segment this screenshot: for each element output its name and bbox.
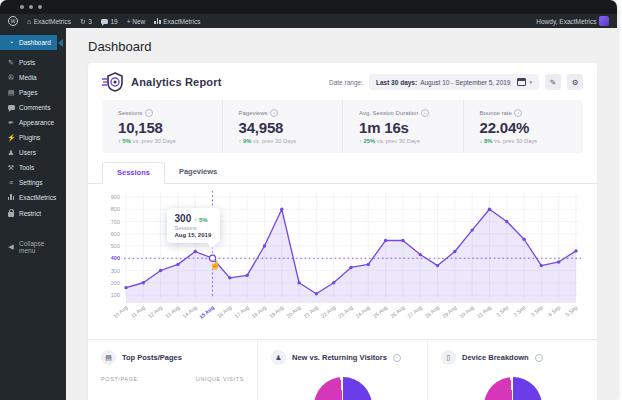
comments-icon bbox=[8, 105, 15, 110]
window-dot bbox=[29, 5, 33, 9]
tooltip-arrow bbox=[207, 243, 217, 248]
media-icon: ✇ bbox=[7, 74, 15, 81]
exactmetrics-label: ExactMetrics bbox=[163, 18, 200, 25]
chart-tooltip: 300 ↑ 5% Sessions Aug 15, 2019 bbox=[167, 208, 221, 243]
hand-cursor-icon: ☝ bbox=[210, 260, 221, 270]
window-titlebar bbox=[0, 0, 617, 14]
sidebar-item-pages[interactable]: ▤ Pages bbox=[0, 85, 66, 100]
sidebar-item-comments[interactable]: Comments bbox=[0, 100, 66, 115]
svg-text:15 Aug: 15 Aug bbox=[198, 304, 215, 320]
sidebar-item-label: Users bbox=[19, 149, 36, 156]
date-range-picker[interactable]: Last 30 days: August 10 - September 5, 2… bbox=[369, 74, 539, 91]
svg-text:23 Aug: 23 Aug bbox=[337, 304, 354, 319]
svg-text:22 Aug: 22 Aug bbox=[320, 304, 337, 319]
svg-text:20 Aug: 20 Aug bbox=[285, 304, 302, 319]
svg-text:27 Aug: 27 Aug bbox=[406, 304, 423, 319]
svg-text:18 Aug: 18 Aug bbox=[251, 304, 268, 319]
sidebar-item-settings[interactable]: ≡ Settings bbox=[0, 175, 66, 190]
stat-sessions: Sessions 10,158 ↑ 5% vs. prev 30 Days bbox=[102, 100, 222, 153]
settings-button[interactable]: ⚙ bbox=[567, 74, 583, 90]
svg-text:600: 600 bbox=[111, 231, 120, 237]
stat-delta: ↑ 5% bbox=[118, 138, 131, 144]
sidebar-item-dashboard[interactable]: ◔ Dashboard bbox=[0, 35, 57, 50]
svg-text:31 Aug: 31 Aug bbox=[476, 304, 493, 319]
stat-value: 22.04% bbox=[480, 119, 576, 136]
wp-content-area: Dashboard Analytics Report Date range: bbox=[66, 28, 617, 400]
svg-text:3 Sep: 3 Sep bbox=[530, 304, 545, 318]
info-icon[interactable] bbox=[535, 354, 543, 362]
stat-delta-suffix: vs. prev 30 Days bbox=[253, 138, 296, 144]
tab-sessions[interactable]: Sessions bbox=[102, 162, 165, 184]
chevron-down-icon: ▾ bbox=[529, 79, 532, 85]
svg-text:29 Aug: 29 Aug bbox=[441, 304, 458, 319]
updates-link[interactable]: ↻ 3 bbox=[80, 18, 92, 25]
info-icon[interactable] bbox=[514, 109, 522, 117]
sidebar-item-label: Tools bbox=[19, 164, 34, 171]
svg-text:11 Aug: 11 Aug bbox=[130, 304, 146, 319]
collapse-icon: ◀ bbox=[7, 243, 15, 250]
svg-text:16 Aug: 16 Aug bbox=[216, 304, 233, 319]
sidebar-item-restrict[interactable]: Restrict bbox=[0, 205, 66, 222]
home-icon: ⌂ bbox=[27, 18, 31, 25]
report-header: Analytics Report Date range: Last 30 day… bbox=[88, 63, 597, 100]
info-icon[interactable] bbox=[421, 109, 429, 117]
updates-icon: ↻ bbox=[80, 18, 86, 25]
sidebar-item-users[interactable]: ♟ Users bbox=[0, 145, 66, 160]
site-home-link[interactable]: ⌂ ExactMetrics bbox=[27, 18, 71, 25]
svg-text:1 Sep: 1 Sep bbox=[495, 304, 510, 318]
stat-value: 1m 16s bbox=[359, 119, 455, 136]
info-icon[interactable] bbox=[270, 109, 278, 117]
svg-text:24 Aug: 24 Aug bbox=[354, 304, 371, 319]
sidebar-item-label: ExactMetrics bbox=[19, 194, 56, 201]
tooltip-delta: ↑ 5% bbox=[194, 217, 207, 223]
wordpress-logo-icon: W bbox=[8, 16, 18, 26]
sidebar-item-media[interactable]: ✇ Media bbox=[0, 70, 66, 85]
new-content-link[interactable]: + New bbox=[127, 18, 146, 25]
svg-text:5 Sep: 5 Sep bbox=[564, 304, 579, 318]
tooltip-value: 300 bbox=[175, 213, 192, 224]
svg-text:13 Aug: 13 Aug bbox=[164, 304, 181, 319]
stat-delta: ↑ 9% bbox=[239, 138, 252, 144]
sidebar-item-plugins[interactable]: ⚡ Plugins bbox=[0, 130, 66, 145]
svg-text:30 Aug: 30 Aug bbox=[458, 304, 475, 319]
analytics-report-card: Analytics Report Date range: Last 30 day… bbox=[88, 63, 597, 400]
stat-delta: ↓ 8% bbox=[480, 138, 493, 144]
sidebar-item-collapse-menu[interactable]: ◀ Collapse menu bbox=[0, 236, 66, 258]
sidebar-item-appearance[interactable]: ✒ Appearance bbox=[0, 115, 66, 130]
comments-link[interactable]: 19 bbox=[101, 18, 118, 25]
stat-delta-suffix: vs. prev 30 Days bbox=[494, 138, 537, 144]
svg-text:300: 300 bbox=[111, 268, 120, 274]
page-title: Dashboard bbox=[88, 39, 597, 54]
account-menu[interactable]: Howdy, ExactMetrics bbox=[536, 16, 609, 26]
sidebar-item-label: Appearance bbox=[19, 119, 54, 126]
exactmetrics-toolbar-link[interactable]: ExactMetrics bbox=[154, 18, 200, 25]
info-icon[interactable] bbox=[145, 109, 153, 117]
tooltip-date: Aug 15, 2019 bbox=[175, 232, 212, 238]
stat-label: Avg. Session Duration bbox=[359, 110, 418, 116]
svg-text:2 Sep: 2 Sep bbox=[512, 304, 527, 318]
date-range-label: Date range: bbox=[329, 79, 363, 86]
widget-top-posts: ▤ Top Posts/Pages POST/PAGE UNIQUE VISIT… bbox=[88, 340, 257, 400]
svg-text:10 Aug: 10 Aug bbox=[112, 304, 129, 319]
stat-avg-session-duration: Avg. Session Duration 1m 16s ↑ 25% vs. p… bbox=[342, 100, 463, 153]
sidebar-item-tools[interactable]: ⚒ Tools bbox=[0, 160, 66, 175]
plugins-icon: ⚡ bbox=[7, 134, 15, 141]
column-header-post-page: POST/PAGE bbox=[101, 376, 138, 382]
settings-icon: ≡ bbox=[7, 179, 15, 186]
edit-button[interactable]: ✎ bbox=[545, 74, 561, 90]
sidebar-item-posts[interactable]: ✎ Posts bbox=[0, 55, 66, 70]
browser-window: W ⌂ ExactMetrics ↻ 3 19 + New ExactMetri… bbox=[0, 0, 617, 400]
column-header-unique-visits: UNIQUE VISITS bbox=[196, 376, 244, 382]
info-icon[interactable] bbox=[393, 354, 401, 362]
svg-text:26 Aug: 26 Aug bbox=[389, 304, 406, 319]
svg-text:21 Aug: 21 Aug bbox=[303, 304, 320, 319]
svg-text:100: 100 bbox=[111, 292, 120, 298]
stat-label: Sessions bbox=[118, 110, 142, 116]
document-icon: ▤ bbox=[101, 350, 116, 365]
exactmetrics-logo-icon bbox=[102, 72, 123, 92]
sidebar-item-exactmetrics[interactable]: ExactMetrics bbox=[0, 190, 66, 205]
svg-text:17 Aug: 17 Aug bbox=[233, 304, 250, 319]
wordpress-menu[interactable]: W bbox=[8, 16, 18, 26]
tab-pageviews[interactable]: Pageviews bbox=[165, 162, 231, 183]
user-avatar bbox=[599, 16, 609, 26]
